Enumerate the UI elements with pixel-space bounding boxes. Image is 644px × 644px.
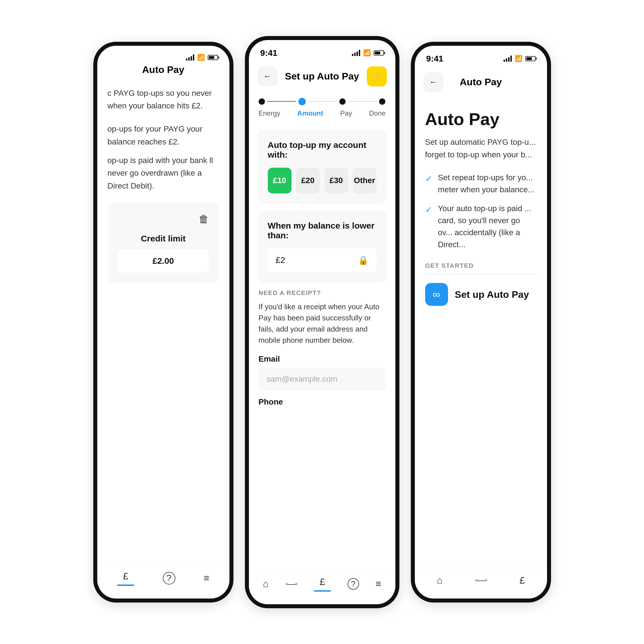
receipt-section: NEED A RECEIPT? If you'd like a receipt … [257, 289, 387, 407]
back-arrow-center: ← [263, 72, 272, 81]
amount-30-btn[interactable]: £30 [324, 168, 348, 193]
check-icon-2: ✓ [425, 203, 432, 216]
menu-nav-left[interactable]: ≡ [204, 572, 209, 584]
email-placeholder: sam@example.com [267, 374, 338, 383]
status-icons-left: 📶 [186, 54, 218, 61]
bottom-nav-center: ⌂ ◦—◦ £ ? ≡ [249, 569, 395, 604]
balance-nav-left[interactable]: £ [117, 570, 134, 586]
help-icon-center: ? [348, 578, 359, 590]
home-nav-right[interactable]: ⌂ [437, 575, 443, 586]
time-center: 9:41 [260, 48, 278, 58]
header-center: ← Set up Auto Pay ⚡ [249, 61, 395, 92]
back-button-center[interactable]: ← [257, 66, 278, 86]
help-nav-left[interactable]: ? [163, 572, 175, 584]
email-input[interactable]: sam@example.com [259, 368, 386, 391]
lightning-button-center[interactable]: ⚡ [367, 66, 387, 86]
page-title-left: Auto Pay [142, 64, 184, 75]
stepper-labels-row: Energy Amount Pay Done [259, 109, 386, 117]
step-line-1 [267, 101, 296, 102]
check-item-1: ✓ Set repeat top-ups for yo... meter whe… [425, 172, 537, 196]
desc1-left: c PAYG top-ups so you never when your ba… [108, 87, 219, 113]
battery-icon-left [208, 55, 218, 60]
receipt-description: If you'd like a receipt when your Auto P… [259, 301, 386, 346]
header-right: ← Auto Pay [415, 66, 547, 98]
step-line-3 [348, 101, 377, 102]
credit-section: 🗑 Credit limit £2.00 [108, 203, 219, 283]
setup-autopay-btn[interactable]: ∞ Set up Auto Pay [425, 283, 537, 306]
balance-nav-center[interactable]: £ [314, 576, 331, 592]
step-amount-dot [298, 98, 306, 105]
screen-container: 📶 Auto Pay c PAYG top-ups so you never w… [0, 0, 644, 644]
menu-nav-center[interactable]: ≡ [376, 578, 381, 589]
step-done-dot [379, 98, 385, 105]
content-left: c PAYG top-ups so you never when your ba… [97, 76, 229, 283]
home-nav-center[interactable]: ⌂ [263, 578, 269, 589]
back-arrow-right: ← [429, 78, 437, 87]
balance-card: When my balance is lower than: £2 🔒 [257, 211, 387, 282]
amount-other-label: Other [354, 176, 375, 185]
credit-card-header: 🗑 [118, 213, 209, 225]
page-title-center: Set up Auto Pay [285, 71, 359, 82]
wifi-icon-center: 📶 [363, 49, 371, 57]
journey-icon-right: ◦—◦ [475, 576, 487, 585]
step-energy-label: Energy [259, 109, 280, 117]
autopay-title-right: Auto Pay [425, 109, 537, 129]
receipt-section-label: NEED A RECEIPT? [259, 289, 386, 297]
lock-icon: 🔒 [358, 255, 368, 265]
phone-right: 9:41 📶 ← Auto Pay [411, 42, 551, 603]
balance-input-row: £2 🔒 [268, 248, 377, 272]
amount-10-btn[interactable]: £10 [268, 168, 292, 193]
help-nav-center[interactable]: ? [348, 578, 359, 590]
wifi-icon-right: 📶 [515, 55, 522, 62]
email-field-label: Email [259, 354, 386, 364]
bottom-nav-left: £ ? ≡ [97, 563, 229, 599]
journey-nav-center[interactable]: ◦—◦ [285, 579, 297, 588]
home-icon-center: ⌂ [263, 578, 269, 589]
wifi-icon-left: 📶 [197, 54, 205, 61]
divider-right [425, 274, 537, 274]
amount-buttons: £10 £20 £30 Other [268, 168, 377, 193]
help-icon-left: ? [163, 572, 175, 584]
amount-20-btn[interactable]: £20 [296, 168, 320, 193]
status-bar-right: 9:41 📶 [415, 46, 547, 66]
signal-icon-left [186, 54, 194, 61]
amount-10-label: £10 [273, 176, 286, 185]
back-button-right[interactable]: ← [423, 72, 443, 92]
step-line-2 [308, 101, 337, 102]
desc3-left: op-up is paid with your bank ll never go… [108, 154, 219, 193]
topup-card-title: Auto top-up my account with: [268, 140, 377, 160]
setup-btn-label: Set up Auto Pay [455, 289, 529, 300]
step-done-label: Done [369, 109, 385, 117]
journey-icon-center: ◦—◦ [285, 579, 297, 588]
balance-nav-right[interactable]: £ [520, 575, 525, 586]
status-icons-right: 📶 [504, 55, 536, 62]
balance-icon-center: £ [320, 576, 325, 587]
signal-icon-center [352, 50, 360, 56]
time-right: 9:41 [426, 54, 443, 64]
check-text-2: Your auto top-up is paid ... card, so yo… [438, 203, 537, 251]
get-started-label-right: GET STARTED [425, 262, 537, 270]
phone-center: 9:41 📶 ← Set up Auto Pay [245, 36, 399, 608]
bottom-nav-right: ⌂ ◦—◦ £ [415, 568, 547, 599]
setup-icon: ∞ [425, 283, 448, 306]
infinity-icon: ∞ [433, 288, 440, 300]
journey-nav-right[interactable]: ◦—◦ [475, 576, 487, 585]
trash-icon[interactable]: 🗑 [199, 213, 209, 225]
status-icons-center: 📶 [352, 49, 384, 57]
step-amount-label: Amount [297, 109, 323, 117]
check-item-2: ✓ Your auto top-up is paid ... card, so … [425, 203, 537, 251]
phone-field-label: Phone [259, 397, 386, 407]
menu-icon-left: ≡ [204, 572, 209, 584]
amount-other-btn[interactable]: Other [353, 168, 377, 193]
credit-label: Credit limit [118, 234, 209, 243]
check-text-1: Set repeat top-ups for yo... meter when … [438, 172, 537, 196]
topup-card: Auto top-up my account with: £10 £20 £30… [257, 130, 387, 204]
battery-icon-right [525, 56, 536, 61]
nav-indicator-center [314, 590, 331, 592]
step-pay-label: Pay [340, 109, 352, 117]
signal-icon-right [504, 56, 512, 62]
check-icon-1: ✓ [425, 172, 432, 185]
content-right: Auto Pay Set up automatic PAYG top-u...f… [415, 98, 547, 306]
autopay-intro-right: Set up automatic PAYG top-u...forget to … [425, 136, 537, 162]
header-left: Auto Pay [97, 64, 229, 76]
